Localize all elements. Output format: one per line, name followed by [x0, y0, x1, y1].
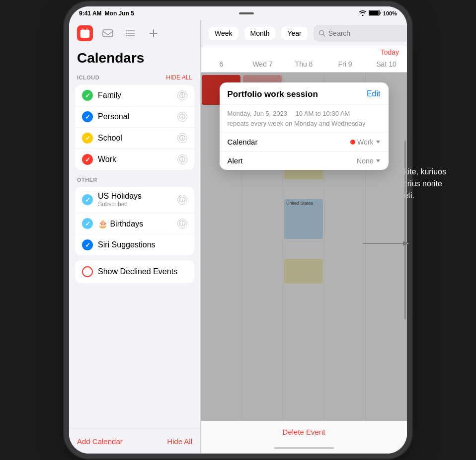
delete-event-button[interactable]: Delete Event	[283, 428, 325, 436]
us-holidays-info-btn[interactable]: ⓘ	[177, 195, 187, 205]
popup-date: Monday, Jun 5, 2023	[228, 110, 287, 117]
calendar-dot	[350, 140, 355, 145]
mail-icon[interactable]	[100, 25, 116, 41]
popup-alert-label: Alert	[228, 156, 243, 165]
calendar-grid-header: 6 Wed 7 Thu 8 Fri 9 Sat 10	[201, 56, 407, 73]
personal-label: Personal	[98, 112, 172, 121]
icloud-label: ICLOUD	[77, 75, 99, 80]
family-label: Family	[98, 91, 172, 100]
popup-calendar-row: Calendar Work	[220, 132, 389, 151]
today-button[interactable]: Today	[201, 46, 407, 56]
calendar-item-birthdays[interactable]: ✓ 🎂 Birthdays ⓘ	[75, 213, 194, 234]
svg-rect-6	[103, 30, 113, 37]
school-check: ✓	[82, 133, 93, 144]
month-view-button[interactable]: Month	[244, 27, 276, 40]
family-check: ✓	[82, 90, 93, 101]
popup-header: Portfolio work session Edit	[220, 82, 389, 105]
main-area: Calendars ICLOUD HIDE ALL ✓ Family ⓘ	[69, 20, 407, 454]
icloud-section-header: ICLOUD HIDE ALL	[69, 72, 200, 83]
calendars-heading: Calendars	[69, 46, 200, 72]
battery-percent: 100%	[383, 10, 397, 16]
svg-point-12	[126, 35, 127, 36]
svg-rect-3	[80, 30, 89, 32]
sidebar-toolbar	[69, 20, 200, 46]
declined-events-section[interactable]: Show Declined Events	[75, 260, 194, 283]
popup-calendar-name: Work	[357, 138, 373, 146]
popup-datetime: Monday, Jun 5, 2023 10 AM to 10:30 AM	[220, 105, 389, 120]
list-icon[interactable]	[123, 25, 139, 41]
other-calendar-list: ✓ US Holidays Subscribed ⓘ ✓ 🎂 Birthdays…	[75, 187, 194, 255]
svg-point-10	[126, 30, 127, 31]
us-holidays-info: US Holidays Subscribed	[98, 192, 172, 208]
add-calendar-button[interactable]: Add Calendar	[77, 437, 123, 446]
siri-check: ✓	[82, 239, 93, 250]
popup-repeat: repeats every week on Monday and Wednesd…	[220, 120, 389, 132]
add-icon[interactable]	[146, 25, 161, 41]
home-indicator	[239, 12, 254, 14]
hide-all-footer-button[interactable]: Hide All	[167, 437, 192, 446]
event-popup-overlay[interactable]: Portfolio work session Edit Monday, Jun …	[201, 73, 407, 421]
school-info-btn[interactable]: ⓘ	[177, 133, 187, 143]
status-time: 9:41 AM	[79, 10, 102, 17]
battery-icon	[369, 10, 381, 17]
siri-label: Siri Suggestions	[98, 240, 187, 249]
home-bar	[274, 447, 334, 449]
icloud-calendar-list: ✓ Family ⓘ ✓ Personal ⓘ ✓ School ⓘ	[75, 85, 194, 170]
calendar-tab-icon[interactable]	[77, 25, 93, 41]
hide-all-button[interactable]: HIDE ALL	[166, 74, 192, 81]
popup-title: Portfolio work session	[228, 89, 318, 99]
popup-alert-value: None	[357, 157, 380, 165]
work-label: Work	[98, 155, 172, 164]
day-header-wed7: Wed 7	[242, 58, 283, 70]
calendar-main: Week Month Year Today 6 Wed 7	[201, 20, 407, 454]
work-info-btn[interactable]: ⓘ	[177, 154, 187, 164]
calendar-item-work[interactable]: ✓ Work ⓘ	[75, 149, 194, 170]
birthdays-label: 🎂 Birthdays	[98, 219, 172, 229]
us-holidays-sub: Subscribed	[98, 201, 172, 208]
status-bar: 9:41 AM Mon Jun 5 100%	[69, 6, 407, 20]
day-header-fri9: Fri 9	[324, 58, 366, 70]
calendar-item-us-holidays[interactable]: ✓ US Holidays Subscribed ⓘ	[75, 187, 194, 213]
calendar-body-wrapper: United States Port	[201, 73, 407, 421]
event-popup: Portfolio work session Edit Monday, Jun …	[220, 82, 389, 170]
calendar-toolbar: Week Month Year	[201, 20, 407, 46]
sidebar-footer: Add Calendar Hide All	[69, 429, 200, 454]
declined-events-item[interactable]: Show Declined Events	[75, 260, 194, 283]
declined-events-label: Show Declined Events	[98, 267, 187, 276]
svg-point-11	[126, 33, 127, 34]
year-view-button[interactable]: Year	[281, 27, 307, 40]
search-input[interactable]	[328, 29, 407, 37]
school-label: School	[98, 134, 172, 143]
home-bar-area	[201, 443, 407, 454]
birthdays-info-btn[interactable]: ⓘ	[177, 219, 187, 229]
calendar-item-siri[interactable]: ✓ Siri Suggestions	[75, 234, 194, 255]
calendar-item-personal[interactable]: ✓ Personal ⓘ	[75, 106, 194, 128]
popup-edit-button[interactable]: Edit	[367, 89, 381, 98]
calendar-item-family[interactable]: ✓ Family ⓘ	[75, 85, 194, 106]
search-bar[interactable]	[314, 25, 407, 42]
week-view-button[interactable]: Week	[209, 27, 238, 40]
personal-check: ✓	[82, 111, 93, 122]
us-holidays-check: ✓	[82, 194, 93, 205]
ipad-frame: 9:41 AM Mon Jun 5 100%	[69, 6, 407, 454]
popup-alert-row: Alert None	[220, 151, 389, 170]
svg-rect-1	[369, 11, 379, 15]
search-icon	[318, 30, 325, 37]
work-check: ✓	[82, 154, 93, 165]
calendar-item-school[interactable]: ✓ School ⓘ	[75, 128, 194, 149]
popup-calendar-label: Calendar	[228, 138, 258, 146]
alert-chevron-icon	[376, 159, 381, 163]
family-info-btn[interactable]: ⓘ	[177, 90, 187, 100]
day-header-sat10: Sat 10	[366, 58, 407, 70]
calendar-sections[interactable]: ICLOUD HIDE ALL ✓ Family ⓘ ✓ Personal ⓘ	[69, 72, 200, 429]
status-bar-right: 100%	[359, 10, 397, 17]
status-day: Mon Jun 5	[105, 10, 134, 17]
day-header-thu8: Thu 8	[283, 58, 324, 70]
calendar-bottom-bar: Delete Event	[201, 421, 407, 443]
day-header-6: 6	[201, 58, 242, 70]
svg-line-16	[323, 34, 325, 36]
personal-info-btn[interactable]: ⓘ	[177, 112, 187, 122]
popup-calendar-value: Work	[350, 138, 380, 146]
birthdays-check: ✓	[82, 218, 93, 229]
other-section-header: OTHER	[69, 175, 200, 185]
